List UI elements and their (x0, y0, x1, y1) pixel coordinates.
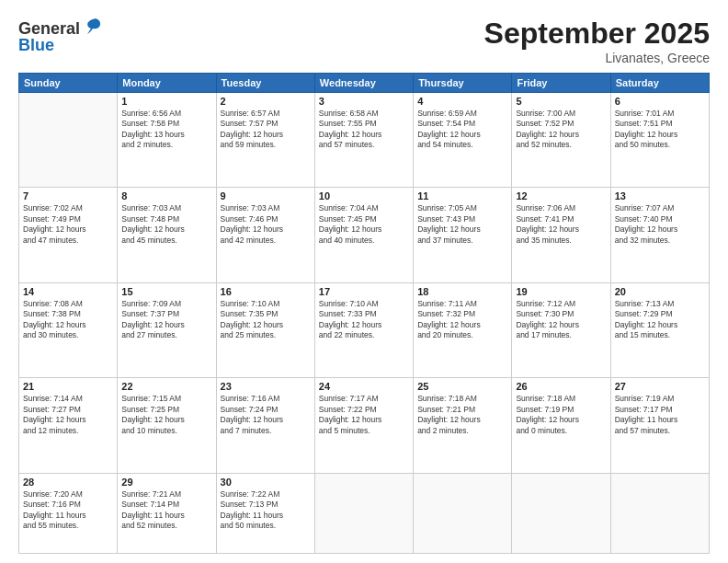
day-number: 6 (615, 96, 705, 107)
day-info: Sunrise: 6:57 AMSunset: 7:57 PMDaylight:… (221, 109, 311, 151)
day-info: Sunrise: 6:59 AMSunset: 7:54 PMDaylight:… (417, 109, 507, 151)
day-number: 28 (23, 477, 113, 488)
week-row-1: 1Sunrise: 6:56 AMSunset: 7:58 PMDaylight… (19, 93, 710, 188)
calendar-cell: 14Sunrise: 7:08 AMSunset: 7:38 PMDayligh… (19, 282, 118, 377)
day-number: 29 (121, 477, 211, 488)
day-info: Sunrise: 7:21 AMSunset: 7:14 PMDaylight:… (121, 489, 211, 532)
calendar-cell: 30Sunrise: 7:22 AMSunset: 7:13 PMDayligh… (216, 473, 314, 553)
day-number: 7 (23, 190, 113, 201)
week-row-5: 28Sunrise: 7:20 AMSunset: 7:16 PMDayligh… (19, 473, 710, 553)
calendar-cell: 13Sunrise: 7:07 AMSunset: 7:40 PMDayligh… (610, 188, 709, 282)
calendar-cell: 8Sunrise: 7:03 AMSunset: 7:48 PMDaylight… (118, 188, 216, 282)
calendar-cell: 16Sunrise: 7:10 AMSunset: 7:35 PMDayligh… (216, 282, 314, 377)
calendar-cell: 23Sunrise: 7:16 AMSunset: 7:24 PMDayligh… (216, 378, 314, 473)
day-number: 10 (319, 190, 409, 201)
calendar-cell (512, 473, 610, 553)
col-saturday: Saturday (610, 74, 709, 93)
calendar-cell: 9Sunrise: 7:03 AMSunset: 7:46 PMDaylight… (216, 188, 314, 282)
day-number: 20 (615, 286, 705, 297)
day-info: Sunrise: 7:18 AMSunset: 7:21 PMDaylight:… (417, 394, 507, 436)
calendar-cell: 2Sunrise: 6:57 AMSunset: 7:57 PMDaylight… (216, 93, 314, 188)
calendar-cell (19, 93, 118, 188)
day-info: Sunrise: 7:01 AMSunset: 7:51 PMDaylight:… (615, 109, 705, 151)
day-info: Sunrise: 7:17 AMSunset: 7:22 PMDaylight:… (319, 394, 409, 436)
day-number: 16 (221, 286, 311, 297)
day-number: 27 (615, 381, 705, 392)
col-wednesday: Wednesday (314, 74, 413, 93)
day-number: 23 (221, 381, 311, 392)
day-number: 21 (23, 381, 113, 392)
day-number: 25 (417, 381, 507, 392)
day-info: Sunrise: 7:14 AMSunset: 7:27 PMDaylight:… (23, 394, 113, 436)
calendar-cell: 29Sunrise: 7:21 AMSunset: 7:14 PMDayligh… (118, 473, 216, 553)
day-info: Sunrise: 7:18 AMSunset: 7:19 PMDaylight:… (516, 394, 606, 436)
day-info: Sunrise: 7:20 AMSunset: 7:16 PMDaylight:… (23, 489, 113, 532)
day-number: 9 (221, 190, 311, 201)
day-info: Sunrise: 7:09 AMSunset: 7:37 PMDaylight:… (121, 299, 211, 341)
calendar-cell: 11Sunrise: 7:05 AMSunset: 7:43 PMDayligh… (414, 188, 512, 282)
day-info: Sunrise: 7:07 AMSunset: 7:40 PMDaylight:… (615, 203, 705, 246)
location: Livanates, Greece (484, 51, 710, 65)
calendar-cell: 17Sunrise: 7:10 AMSunset: 7:33 PMDayligh… (314, 282, 413, 377)
calendar-table: Sunday Monday Tuesday Wednesday Thursday… (18, 73, 710, 554)
day-number: 11 (417, 190, 507, 201)
day-number: 22 (121, 381, 211, 392)
logo-blue: Blue (18, 37, 54, 53)
day-info: Sunrise: 7:06 AMSunset: 7:41 PMDaylight:… (516, 203, 606, 246)
day-info: Sunrise: 6:56 AMSunset: 7:58 PMDaylight:… (121, 109, 211, 151)
week-row-4: 21Sunrise: 7:14 AMSunset: 7:27 PMDayligh… (19, 378, 710, 473)
calendar-cell: 28Sunrise: 7:20 AMSunset: 7:16 PMDayligh… (19, 473, 118, 553)
calendar-cell: 10Sunrise: 7:04 AMSunset: 7:45 PMDayligh… (314, 188, 413, 282)
calendar-cell: 5Sunrise: 7:00 AMSunset: 7:52 PMDaylight… (512, 93, 610, 188)
day-number: 5 (516, 96, 606, 107)
day-info: Sunrise: 7:02 AMSunset: 7:49 PMDaylight:… (23, 203, 113, 246)
day-info: Sunrise: 7:03 AMSunset: 7:46 PMDaylight:… (221, 203, 311, 246)
day-info: Sunrise: 7:19 AMSunset: 7:17 PMDaylight:… (615, 394, 705, 436)
calendar-cell (314, 473, 413, 553)
calendar-cell: 24Sunrise: 7:17 AMSunset: 7:22 PMDayligh… (314, 378, 413, 473)
calendar-cell: 27Sunrise: 7:19 AMSunset: 7:17 PMDayligh… (610, 378, 709, 473)
calendar-header-row: Sunday Monday Tuesday Wednesday Thursday… (19, 74, 710, 93)
col-tuesday: Tuesday (216, 74, 314, 93)
day-info: Sunrise: 7:05 AMSunset: 7:43 PMDaylight:… (417, 203, 507, 246)
logo: General Blue (18, 17, 103, 53)
day-number: 19 (516, 286, 606, 297)
calendar-cell: 18Sunrise: 7:11 AMSunset: 7:32 PMDayligh… (414, 282, 512, 377)
calendar-cell: 7Sunrise: 7:02 AMSunset: 7:49 PMDaylight… (19, 188, 118, 282)
calendar-cell (610, 473, 709, 553)
header: General Blue September 2025 Livanates, G… (18, 17, 710, 65)
day-info: Sunrise: 7:15 AMSunset: 7:25 PMDaylight:… (121, 394, 211, 436)
day-number: 30 (221, 477, 311, 488)
calendar-cell: 3Sunrise: 6:58 AMSunset: 7:55 PMDaylight… (314, 93, 413, 188)
calendar-cell: 22Sunrise: 7:15 AMSunset: 7:25 PMDayligh… (118, 378, 216, 473)
col-friday: Friday (512, 74, 610, 93)
calendar-cell: 1Sunrise: 6:56 AMSunset: 7:58 PMDaylight… (118, 93, 216, 188)
day-number: 14 (23, 286, 113, 297)
day-number: 13 (615, 190, 705, 201)
col-sunday: Sunday (19, 74, 118, 93)
calendar-cell (414, 473, 512, 553)
calendar-cell: 26Sunrise: 7:18 AMSunset: 7:19 PMDayligh… (512, 378, 610, 473)
logo-bird-icon (83, 17, 103, 37)
calendar-cell: 21Sunrise: 7:14 AMSunset: 7:27 PMDayligh… (19, 378, 118, 473)
day-number: 1 (121, 96, 211, 107)
day-number: 24 (319, 381, 409, 392)
day-number: 17 (319, 286, 409, 297)
day-info: Sunrise: 7:00 AMSunset: 7:52 PMDaylight:… (516, 109, 606, 151)
page: General Blue September 2025 Livanates, G… (0, 0, 728, 563)
week-row-2: 7Sunrise: 7:02 AMSunset: 7:49 PMDaylight… (19, 188, 710, 282)
calendar-cell: 4Sunrise: 6:59 AMSunset: 7:54 PMDaylight… (414, 93, 512, 188)
day-info: Sunrise: 7:12 AMSunset: 7:30 PMDaylight:… (516, 299, 606, 341)
day-info: Sunrise: 7:03 AMSunset: 7:48 PMDaylight:… (121, 203, 211, 246)
week-row-3: 14Sunrise: 7:08 AMSunset: 7:38 PMDayligh… (19, 282, 710, 377)
title-block: September 2025 Livanates, Greece (484, 17, 710, 65)
day-info: Sunrise: 7:10 AMSunset: 7:35 PMDaylight:… (221, 299, 311, 341)
day-info: Sunrise: 7:10 AMSunset: 7:33 PMDaylight:… (319, 299, 409, 341)
day-number: 3 (319, 96, 409, 107)
col-monday: Monday (118, 74, 216, 93)
logo-general: General (18, 20, 80, 37)
day-number: 18 (417, 286, 507, 297)
day-number: 26 (516, 381, 606, 392)
month-title: September 2025 (484, 17, 710, 51)
day-info: Sunrise: 7:04 AMSunset: 7:45 PMDaylight:… (319, 203, 409, 246)
